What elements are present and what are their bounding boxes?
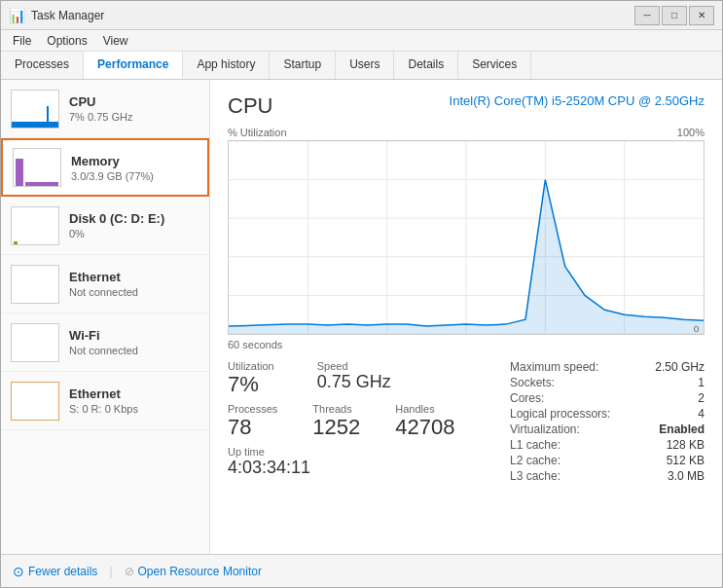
title-bar-controls: ─ □ ✕ bbox=[634, 6, 714, 25]
threads-label: Threads bbox=[312, 403, 360, 415]
app-icon: 📊 bbox=[9, 8, 25, 23]
stat-label-l2: L2 cache: bbox=[510, 454, 560, 467]
sidebar-item-memory[interactable]: Memory 3.0/3.9 GB (77%) bbox=[1, 138, 209, 197]
stat-label-max-speed: Maximum speed: bbox=[510, 360, 598, 374]
eth1-label: Ethernet bbox=[69, 270, 138, 284]
sidebar-item-cpu[interactable]: CPU 7% 0.75 GHz bbox=[1, 80, 209, 138]
eth2-label: Ethernet bbox=[69, 386, 138, 401]
stat-label-virt: Virtualization: bbox=[510, 423, 580, 436]
cpu-sublabel: 7% 0.75 GHz bbox=[69, 111, 132, 123]
tab-users[interactable]: Users bbox=[336, 52, 394, 79]
sidebar-item-wifi[interactable]: Wi-Fi Not connected bbox=[1, 313, 209, 372]
uptime-label: Up time bbox=[228, 446, 490, 458]
speed-value: 0.75 GHz bbox=[317, 372, 391, 392]
memory-label: Memory bbox=[71, 154, 154, 168]
mem-bar bbox=[16, 159, 23, 186]
menu-bar: File Options View bbox=[1, 30, 722, 52]
cpu-thumbnail bbox=[11, 90, 59, 129]
stat-value-virt: Enabled bbox=[659, 423, 705, 436]
eth2-sublabel: S: 0 R: 0 Kbps bbox=[69, 403, 138, 415]
detail-title: CPU bbox=[228, 93, 272, 119]
chart-y-label: % Utilization bbox=[228, 127, 287, 138]
sidebar: CPU 7% 0.75 GHz Memory 3.0/3.9 GB (77%) bbox=[1, 80, 210, 554]
detail-subtitle: Intel(R) Core(TM) i5-2520M CPU @ 2.50GHz bbox=[450, 93, 705, 108]
stat-value-l1: 128 KB bbox=[667, 438, 705, 452]
minimize-button[interactable]: ─ bbox=[634, 6, 660, 25]
menu-file[interactable]: File bbox=[5, 32, 39, 50]
chart-svg: 0 bbox=[229, 141, 704, 334]
stat-value-l2: 512 KB bbox=[667, 454, 705, 467]
tab-details[interactable]: Details bbox=[394, 52, 458, 79]
tab-startup[interactable]: Startup bbox=[270, 52, 336, 79]
sidebar-item-ethernet1[interactable]: Ethernet Not connected bbox=[1, 255, 209, 313]
stat-value-logical: 4 bbox=[698, 407, 705, 421]
sidebar-item-disk0[interactable]: Disk 0 (C: D: E:) 0% bbox=[1, 197, 209, 255]
tab-services[interactable]: Services bbox=[458, 52, 531, 79]
stat-label-logical: Logical processors: bbox=[510, 407, 610, 421]
stats-left: Utilization 7% Speed 0.75 GHz Processes … bbox=[228, 360, 510, 483]
detail-header: CPU Intel(R) Core(TM) i5-2520M CPU @ 2.5… bbox=[228, 93, 705, 119]
fewer-details-link[interactable]: ⊙ Fewer details bbox=[13, 564, 97, 579]
stat-value-l3: 3.0 MB bbox=[668, 469, 705, 483]
stat-row-2: Cores: 2 bbox=[510, 391, 705, 405]
stat-row-5: L1 cache: 128 KB bbox=[510, 438, 705, 452]
chart-y-max: 100% bbox=[677, 127, 705, 138]
title-bar: 📊 Task Manager ─ □ ✕ bbox=[1, 1, 722, 30]
stat-row-0: Maximum speed: 2.50 GHz bbox=[510, 360, 705, 374]
task-manager-window: 📊 Task Manager ─ □ ✕ File Options View P… bbox=[0, 0, 723, 588]
maximize-button[interactable]: □ bbox=[662, 6, 687, 25]
wifi-label: Wi-Fi bbox=[69, 328, 138, 343]
speed-label: Speed bbox=[317, 360, 391, 372]
title-bar-left: 📊 Task Manager bbox=[9, 8, 104, 23]
uptime-value: 4:03:34:11 bbox=[228, 458, 490, 478]
menu-view[interactable]: View bbox=[95, 32, 136, 50]
disk-bar bbox=[14, 241, 18, 244]
util-speed-row: Utilization 7% Speed 0.75 GHz bbox=[228, 360, 510, 397]
stat-label-sockets: Sockets: bbox=[510, 376, 555, 389]
close-button[interactable]: ✕ bbox=[689, 6, 714, 25]
stats-right: Maximum speed: 2.50 GHz Sockets: 1 Cores… bbox=[510, 360, 705, 483]
disk-label: Disk 0 (C: D: E:) bbox=[69, 211, 164, 226]
disk-thumbnail bbox=[11, 206, 59, 245]
resource-monitor-icon: ⊘ bbox=[125, 565, 134, 578]
eth1-sublabel: Not connected bbox=[69, 286, 138, 298]
cpu-line bbox=[12, 122, 58, 128]
footer-separator: | bbox=[109, 565, 112, 578]
eth1-info: Ethernet Not connected bbox=[69, 270, 138, 298]
utilization-group: Utilization 7% bbox=[228, 360, 274, 397]
window-title: Task Manager bbox=[31, 9, 104, 22]
fewer-details-icon: ⊙ bbox=[13, 564, 24, 579]
open-resource-monitor-label: Open Resource Monitor bbox=[138, 565, 262, 578]
sidebar-item-ethernet2[interactable]: Ethernet S: 0 R: 0 Kbps bbox=[1, 372, 209, 430]
processes-value: 78 bbox=[228, 415, 277, 440]
open-resource-monitor-link[interactable]: ⊘ Open Resource Monitor bbox=[125, 565, 262, 578]
chart-time-label: 60 seconds bbox=[228, 339, 705, 350]
stats-area: Utilization 7% Speed 0.75 GHz Processes … bbox=[228, 360, 705, 483]
eth2-thumbnail bbox=[11, 382, 59, 421]
fewer-details-label: Fewer details bbox=[28, 565, 97, 578]
stat-row-4: Virtualization: Enabled bbox=[510, 423, 705, 436]
tab-processes[interactable]: Processes bbox=[1, 52, 84, 79]
eth1-thumbnail bbox=[11, 265, 59, 304]
stat-row-6: L2 cache: 512 KB bbox=[510, 454, 705, 467]
stat-row-3: Logical processors: 4 bbox=[510, 407, 705, 421]
stat-label-l3: L3 cache: bbox=[510, 469, 560, 483]
tab-app-history[interactable]: App history bbox=[183, 52, 270, 79]
tab-performance[interactable]: Performance bbox=[84, 52, 183, 79]
stat-label-cores: Cores: bbox=[510, 391, 544, 405]
disk-info: Disk 0 (C: D: E:) 0% bbox=[69, 211, 164, 239]
detail-panel: CPU Intel(R) Core(TM) i5-2520M CPU @ 2.5… bbox=[210, 80, 722, 554]
handles-group: Handles 42708 bbox=[395, 403, 454, 440]
mem-line bbox=[25, 182, 58, 186]
utilization-label: Utilization bbox=[228, 360, 274, 372]
threads-value: 1252 bbox=[312, 415, 360, 440]
menu-options[interactable]: Options bbox=[39, 32, 94, 50]
speed-group: Speed 0.75 GHz bbox=[317, 360, 391, 397]
memory-thumbnail bbox=[13, 148, 61, 187]
uptime-group: Up time 4:03:34:11 bbox=[228, 446, 490, 478]
cpu-label: CPU bbox=[69, 94, 132, 109]
footer-bar: ⊙ Fewer details | ⊘ Open Resource Monito… bbox=[1, 554, 722, 587]
wifi-sublabel: Not connected bbox=[69, 345, 138, 356]
stat-value-cores: 2 bbox=[698, 391, 705, 405]
eth2-info: Ethernet S: 0 R: 0 Kbps bbox=[69, 386, 138, 415]
